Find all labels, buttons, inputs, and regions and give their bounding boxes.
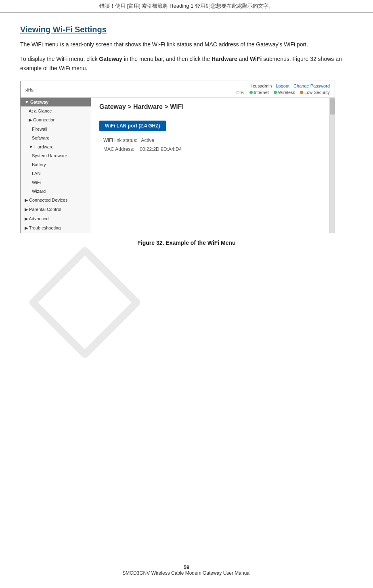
sidebar-item-system-hardware[interactable]: System Hardware bbox=[21, 151, 91, 160]
paragraph-2: To display the WiFi menu, click Gateway … bbox=[20, 54, 353, 73]
scrollbar[interactable] bbox=[329, 98, 335, 233]
wifi-link-status-row: WiFi link status: Active bbox=[99, 138, 321, 143]
xfinity-main-panel: Gateway > Hardware > WiFi WiFi LAN port … bbox=[91, 98, 329, 233]
status-wireless: Wireless bbox=[274, 90, 295, 95]
document-title: SMCD3GNV Wireless Cable Modem Gateway Us… bbox=[0, 570, 373, 576]
page-number: 59 bbox=[0, 564, 373, 570]
sidebar-item-parental-control[interactable]: ▶ Parental Control bbox=[21, 205, 91, 214]
sidebar-item-wizard[interactable]: Wizard bbox=[21, 187, 91, 196]
username: Hi cusadmin bbox=[247, 83, 272, 88]
screenshot-wrapper: xfinity. Hi cusadmin Logout Change Passw… bbox=[20, 81, 335, 233]
wifi-tab[interactable]: WiFi LAN port (2.4 GHZ) bbox=[99, 121, 166, 131]
error-bar: 錯誤！使用 [常用] 索引標籤將 Heading 1 套用到您想要在此處顯示的文… bbox=[0, 0, 373, 13]
sidebar-item-wifi[interactable]: WiFi bbox=[21, 178, 91, 187]
main-title: Gateway > Hardware > WiFi bbox=[99, 103, 321, 114]
sidebar-item-at-a-glance[interactable]: At a Glance bbox=[21, 106, 91, 115]
xfinity-logo: xfinity. bbox=[25, 85, 34, 94]
scrollbar-thumb[interactable] bbox=[330, 98, 335, 115]
error-text: 錯誤！使用 [常用] 索引標籤將 Heading 1 套用到您想要在此處顯示的文… bbox=[99, 3, 274, 9]
sidebar-item-advanced[interactable]: ▶ Advanced bbox=[21, 214, 91, 223]
sidebar-item-connection[interactable]: ▶ Connection bbox=[21, 115, 91, 125]
logout-link[interactable]: Logout bbox=[276, 83, 289, 88]
internet-dot bbox=[249, 91, 253, 94]
sidebar-item-software[interactable]: Software bbox=[21, 133, 91, 142]
watermark bbox=[36, 250, 133, 363]
top-right-row1: Hi cusadmin Logout Change Password bbox=[247, 83, 330, 88]
xfinity-sidebar: ▼ Gateway At a Glance ▶ Connection Firew… bbox=[21, 98, 91, 233]
change-password-link[interactable]: Change Password bbox=[293, 83, 330, 88]
sidebar-item-firewall[interactable]: Firewall bbox=[21, 125, 91, 133]
sidebar-item-troubleshooting[interactable]: ▶ Troubleshooting bbox=[21, 223, 91, 233]
mac-value: 00:22:2D:9D:A4:D4 bbox=[140, 146, 182, 152]
sidebar-item-battery[interactable]: Battery bbox=[21, 160, 91, 169]
sidebar-item-hardware[interactable]: ▼ Hardware bbox=[21, 142, 91, 151]
sidebar-item-lan[interactable]: LAN bbox=[21, 169, 91, 178]
xfinity-body: ▼ Gateway At a Glance ▶ Connection Firew… bbox=[21, 98, 335, 233]
link-status-label: WiFi link status: bbox=[103, 138, 137, 143]
xfinity-topbar: xfinity. Hi cusadmin Logout Change Passw… bbox=[21, 81, 335, 98]
top-right-row2: □ % Internet Wireless Low Security bbox=[237, 90, 330, 95]
wireless-dot bbox=[274, 91, 277, 94]
top-right: Hi cusadmin Logout Change Password □ % I… bbox=[237, 83, 330, 95]
security-dot bbox=[300, 91, 303, 94]
sidebar-item-connected-devices[interactable]: ▶ Connected Devices bbox=[21, 196, 91, 205]
mac-label: MAC Address: bbox=[103, 146, 134, 152]
figure-caption: Figure 32. Example of the WiFi Menu bbox=[20, 240, 353, 246]
section-heading: Viewing Wi-Fi Settings bbox=[20, 25, 353, 34]
status-security: Low Security bbox=[300, 90, 330, 95]
watermark-diamond bbox=[28, 246, 142, 360]
xfinity-ui: xfinity. Hi cusadmin Logout Change Passw… bbox=[21, 81, 335, 233]
status-internet: Internet bbox=[249, 90, 269, 95]
paragraph-1: The WiFi menu is a read-only screen that… bbox=[20, 40, 353, 49]
sidebar-item-gateway[interactable]: ▼ Gateway bbox=[21, 98, 91, 106]
status-percent: □ % bbox=[237, 90, 244, 95]
page-footer: 59 SMCD3GNV Wireless Cable Modem Gateway… bbox=[0, 564, 373, 576]
mac-address-row: MAC Address: 00:22:2D:9D:A4:D4 bbox=[99, 146, 321, 152]
link-status-value: Active bbox=[141, 138, 154, 143]
main-content: Viewing Wi-Fi Settings The WiFi menu is … bbox=[0, 13, 373, 379]
